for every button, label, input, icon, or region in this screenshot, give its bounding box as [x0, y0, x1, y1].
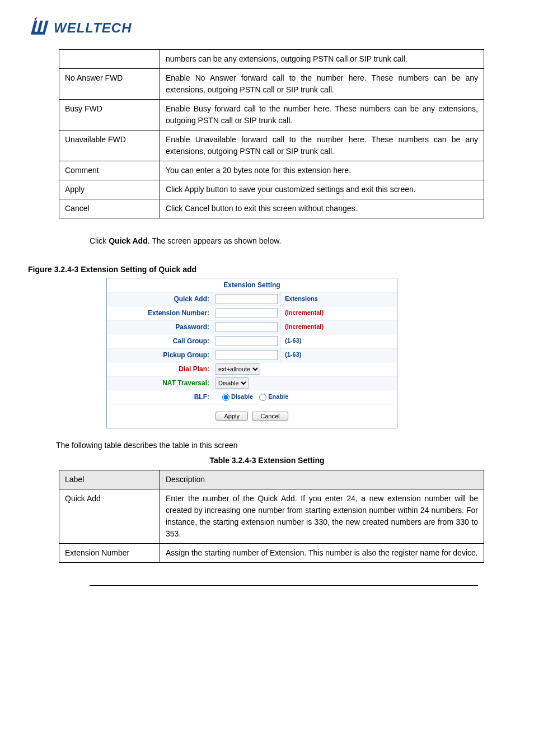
table-caption: Table 3.2.4-3 Extension Setting — [28, 455, 506, 466]
label-password: Password: — [107, 320, 213, 334]
hint-range: (1-63) — [280, 334, 397, 348]
cell-label: No Answer FWD — [59, 69, 160, 100]
properties-table-1: numbers can be any extensions, outgoing … — [59, 49, 484, 218]
cell-desc: Enable Unavailable forward call to the n… — [160, 130, 484, 161]
panel-title: Extension Setting — [107, 278, 397, 292]
logo-icon — [28, 17, 56, 39]
table-row: Busy FWD Enable Busy forward call to the… — [59, 100, 484, 130]
table-row: Extension Number Assign the starting num… — [59, 544, 484, 563]
row-pickup-group: Pickup Group: (1-63) — [107, 348, 397, 362]
hint-range: (1-63) — [280, 348, 397, 362]
row-dial-plan: Dial Plan: ext+allroute — [107, 362, 397, 376]
password-input[interactable] — [216, 322, 278, 332]
row-extension-number: Extension Number: (Incremental) — [107, 306, 397, 320]
table-row: No Answer FWD Enable No Answer forward c… — [59, 69, 484, 100]
cell-desc: Enable Busy forward call to the number h… — [160, 100, 484, 130]
hint-incremental: (Incremental) — [280, 320, 397, 334]
row-quick-add: Quick Add: Extensions — [107, 292, 397, 306]
table-row: Apply Click Apply button to save your cu… — [59, 180, 484, 199]
row-call-group: Call Group: (1-63) — [107, 334, 397, 348]
header-label: Label — [59, 470, 160, 489]
quick-add-paragraph: Click Quick Add. The screen appears as s… — [90, 235, 506, 247]
blf-disable-radio[interactable] — [222, 394, 229, 401]
table-row: Unavailable FWD Enable Unavailable forwa… — [59, 130, 484, 161]
dial-plan-select[interactable]: ext+allroute — [216, 363, 260, 375]
label-pickup-group: Pickup Group: — [107, 348, 213, 362]
cell-desc: You can enter a 20 bytes note for this e… — [160, 161, 484, 180]
cell-label: Unavailable FWD — [59, 130, 160, 161]
panel-buttons: Apply Cancel — [107, 404, 397, 428]
row-blf: BLF: Disable Enable — [107, 390, 397, 404]
label-nat-traversal: NAT Traversal: — [107, 376, 213, 390]
label-dial-plan: Dial Plan: — [107, 362, 213, 376]
quick-add-input[interactable] — [216, 294, 278, 304]
blf-disable-label: Disable — [231, 393, 253, 400]
cell-label: Apply — [59, 180, 160, 199]
figure-caption: Figure 3.2.4-3 Extension Setting of Quic… — [28, 264, 506, 276]
cell-label: Comment — [59, 161, 160, 180]
table-row: Comment You can enter a 20 bytes note fo… — [59, 161, 484, 180]
hint-extensions: Extensions — [280, 292, 397, 306]
header-desc: Description — [160, 470, 484, 489]
logo-text: WELLTECH — [54, 18, 132, 38]
text: . The screen appears as shown below. — [148, 236, 282, 245]
table-row: Cancel Click Cancel button to exit this … — [59, 199, 484, 218]
call-group-input[interactable] — [216, 336, 278, 346]
cell-label: Busy FWD — [59, 100, 160, 130]
row-nat-traversal: NAT Traversal: Disable — [107, 376, 397, 390]
table-header-row: Label Description — [59, 470, 484, 489]
label-extension-number: Extension Number: — [107, 306, 213, 320]
blf-enable-label: Enable — [268, 393, 288, 400]
table-row: Quick Add Enter the number of the Quick … — [59, 489, 484, 544]
table-row: numbers can be any extensions, outgoing … — [59, 50, 484, 69]
following-text: The following table describes the table … — [56, 440, 506, 451]
nat-traversal-select[interactable]: Disable — [216, 377, 249, 389]
cell-desc: Click Apply button to save your customiz… — [160, 180, 484, 199]
label-quick-add: Quick Add: — [107, 292, 213, 306]
text: Click — [90, 236, 109, 245]
cell-desc: Assign the starting number of Extension.… — [160, 544, 484, 563]
footer-divider — [90, 585, 478, 586]
quick-add-bold: Quick Add — [109, 236, 148, 245]
cell-label: Quick Add — [59, 489, 160, 544]
blf-options: Disable Enable — [213, 390, 397, 404]
cell-desc: numbers can be any extensions, outgoing … — [160, 50, 484, 69]
hint-incremental: (Incremental) — [280, 306, 397, 320]
cell-desc: Enter the number of the Quick Add. If yo… — [160, 489, 484, 544]
extension-setting-panel: Extension Setting Quick Add: Extensions … — [106, 278, 397, 428]
label-call-group: Call Group: — [107, 334, 213, 348]
apply-button[interactable]: Apply — [216, 412, 248, 421]
cell-label — [59, 50, 160, 69]
cell-label: Extension Number — [59, 544, 160, 563]
cell-desc: Enable No Answer forward call to the num… — [160, 69, 484, 100]
row-password: Password: (Incremental) — [107, 320, 397, 334]
blf-enable-radio[interactable] — [259, 394, 266, 401]
pickup-group-input[interactable] — [216, 350, 278, 360]
cell-label: Cancel — [59, 199, 160, 218]
label-blf: BLF: — [107, 390, 213, 404]
cancel-button[interactable]: Cancel — [252, 412, 288, 421]
properties-table-2: Label Description Quick Add Enter the nu… — [59, 470, 484, 563]
extension-number-input[interactable] — [216, 308, 278, 318]
logo: WELLTECH — [28, 17, 506, 39]
cell-desc: Click Cancel button to exit this screen … — [160, 199, 484, 218]
